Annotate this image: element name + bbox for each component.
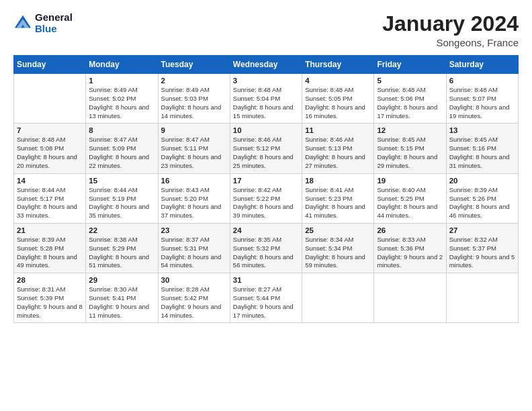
calendar-cell <box>374 273 446 323</box>
header-day-thursday: Thursday <box>302 56 374 74</box>
cell-details: Sunrise: 8:48 AM Sunset: 5:07 PM Dayligh… <box>449 86 515 120</box>
day-number: 23 <box>161 226 227 234</box>
day-number: 14 <box>17 177 83 185</box>
cell-details: Sunrise: 8:32 AM Sunset: 5:37 PM Dayligh… <box>449 236 515 270</box>
main-title: January 2024 <box>382 12 519 36</box>
calendar-cell: 20Sunrise: 8:39 AM Sunset: 5:26 PM Dayli… <box>446 173 518 223</box>
header-day-wednesday: Wednesday <box>230 56 302 74</box>
day-number: 27 <box>449 226 515 234</box>
header-day-sunday: Sunday <box>14 56 86 74</box>
calendar-cell: 25Sunrise: 8:34 AM Sunset: 5:34 PM Dayli… <box>302 223 374 273</box>
cell-details: Sunrise: 8:40 AM Sunset: 5:25 PM Dayligh… <box>377 186 443 220</box>
header-day-friday: Friday <box>374 56 446 74</box>
day-number: 24 <box>233 226 299 234</box>
logo-blue: Blue <box>35 24 73 35</box>
calendar-cell <box>14 74 86 124</box>
logo-icon <box>13 14 32 33</box>
logo-text: General Blue <box>35 12 73 34</box>
cell-details: Sunrise: 8:43 AM Sunset: 5:20 PM Dayligh… <box>161 186 227 220</box>
day-number: 25 <box>305 226 371 234</box>
calendar-cell: 30Sunrise: 8:28 AM Sunset: 5:42 PM Dayli… <box>158 273 230 323</box>
calendar-cell: 15Sunrise: 8:44 AM Sunset: 5:19 PM Dayli… <box>86 173 158 223</box>
calendar-cell: 22Sunrise: 8:38 AM Sunset: 5:29 PM Dayli… <box>86 223 158 273</box>
calendar-cell: 21Sunrise: 8:39 AM Sunset: 5:28 PM Dayli… <box>14 223 86 273</box>
day-number: 18 <box>305 177 371 185</box>
calendar-cell: 1Sunrise: 8:49 AM Sunset: 5:02 PM Daylig… <box>86 74 158 124</box>
day-number: 4 <box>305 77 371 85</box>
calendar-cell: 26Sunrise: 8:33 AM Sunset: 5:36 PM Dayli… <box>374 223 446 273</box>
cell-details: Sunrise: 8:48 AM Sunset: 5:04 PM Dayligh… <box>233 86 299 120</box>
calendar-cell: 6Sunrise: 8:48 AM Sunset: 5:07 PM Daylig… <box>446 74 518 124</box>
cell-details: Sunrise: 8:30 AM Sunset: 5:41 PM Dayligh… <box>89 285 154 320</box>
calendar-cell: 14Sunrise: 8:44 AM Sunset: 5:17 PM Dayli… <box>14 173 86 223</box>
calendar-cell: 24Sunrise: 8:35 AM Sunset: 5:32 PM Dayli… <box>230 223 302 273</box>
calendar-table: SundayMondayTuesdayWednesdayThursdayFrid… <box>13 55 519 323</box>
calendar-cell: 3Sunrise: 8:48 AM Sunset: 5:04 PM Daylig… <box>230 74 302 124</box>
day-number: 21 <box>17 226 83 234</box>
day-number: 9 <box>161 126 227 134</box>
subtitle: Songeons, France <box>382 37 519 48</box>
cell-details: Sunrise: 8:35 AM Sunset: 5:32 PM Dayligh… <box>233 236 299 270</box>
calendar-cell: 29Sunrise: 8:30 AM Sunset: 5:41 PM Dayli… <box>86 273 158 323</box>
logo: General Blue <box>13 12 73 34</box>
calendar-cell: 23Sunrise: 8:37 AM Sunset: 5:31 PM Dayli… <box>158 223 230 273</box>
page: General Blue January 2024 Songeons, Fran… <box>0 0 532 411</box>
day-number: 7 <box>17 126 83 134</box>
cell-details: Sunrise: 8:31 AM Sunset: 5:39 PM Dayligh… <box>17 285 83 320</box>
day-number: 31 <box>233 276 299 284</box>
calendar-cell: 16Sunrise: 8:43 AM Sunset: 5:20 PM Dayli… <box>158 173 230 223</box>
cell-details: Sunrise: 8:42 AM Sunset: 5:22 PM Dayligh… <box>233 186 299 220</box>
calendar-cell: 11Sunrise: 8:46 AM Sunset: 5:13 PM Dayli… <box>302 124 374 173</box>
cell-details: Sunrise: 8:34 AM Sunset: 5:34 PM Dayligh… <box>305 236 371 270</box>
cell-details: Sunrise: 8:38 AM Sunset: 5:29 PM Dayligh… <box>89 236 154 270</box>
day-number: 5 <box>377 77 443 85</box>
cell-details: Sunrise: 8:39 AM Sunset: 5:28 PM Dayligh… <box>17 236 83 270</box>
day-number: 12 <box>377 126 443 134</box>
calendar-cell: 10Sunrise: 8:46 AM Sunset: 5:12 PM Dayli… <box>230 124 302 173</box>
cell-details: Sunrise: 8:47 AM Sunset: 5:11 PM Dayligh… <box>161 136 227 170</box>
cell-details: Sunrise: 8:47 AM Sunset: 5:09 PM Dayligh… <box>89 136 154 170</box>
day-number: 29 <box>89 276 154 284</box>
week-row-4: 28Sunrise: 8:31 AM Sunset: 5:39 PM Dayli… <box>14 273 519 323</box>
day-number: 26 <box>377 226 443 234</box>
cell-details: Sunrise: 8:44 AM Sunset: 5:17 PM Dayligh… <box>17 186 83 220</box>
calendar-cell: 4Sunrise: 8:48 AM Sunset: 5:05 PM Daylig… <box>302 74 374 124</box>
calendar-cell: 28Sunrise: 8:31 AM Sunset: 5:39 PM Dayli… <box>14 273 86 323</box>
title-block: January 2024 Songeons, France <box>382 12 519 48</box>
calendar-cell: 19Sunrise: 8:40 AM Sunset: 5:25 PM Dayli… <box>374 173 446 223</box>
calendar-cell <box>446 273 518 323</box>
calendar-cell: 9Sunrise: 8:47 AM Sunset: 5:11 PM Daylig… <box>158 124 230 173</box>
header-row: SundayMondayTuesdayWednesdayThursdayFrid… <box>14 56 519 74</box>
day-number: 19 <box>377 177 443 185</box>
day-number: 13 <box>449 126 515 134</box>
cell-details: Sunrise: 8:44 AM Sunset: 5:19 PM Dayligh… <box>89 186 154 220</box>
calendar-cell: 18Sunrise: 8:41 AM Sunset: 5:23 PM Dayli… <box>302 173 374 223</box>
cell-details: Sunrise: 8:48 AM Sunset: 5:05 PM Dayligh… <box>305 86 371 120</box>
day-number: 15 <box>89 177 154 185</box>
week-row-2: 14Sunrise: 8:44 AM Sunset: 5:17 PM Dayli… <box>14 173 519 223</box>
cell-details: Sunrise: 8:28 AM Sunset: 5:42 PM Dayligh… <box>161 285 227 320</box>
day-number: 8 <box>89 126 154 134</box>
header-day-saturday: Saturday <box>446 56 518 74</box>
calendar-cell: 7Sunrise: 8:48 AM Sunset: 5:08 PM Daylig… <box>14 124 86 173</box>
day-number: 10 <box>233 126 299 134</box>
calendar-cell: 27Sunrise: 8:32 AM Sunset: 5:37 PM Dayli… <box>446 223 518 273</box>
calendar-cell <box>302 273 374 323</box>
cell-details: Sunrise: 8:33 AM Sunset: 5:36 PM Dayligh… <box>377 236 443 270</box>
cell-details: Sunrise: 8:49 AM Sunset: 5:02 PM Dayligh… <box>89 86 154 120</box>
calendar-cell: 5Sunrise: 8:48 AM Sunset: 5:06 PM Daylig… <box>374 74 446 124</box>
cell-details: Sunrise: 8:48 AM Sunset: 5:06 PM Dayligh… <box>377 86 443 120</box>
calendar-cell: 8Sunrise: 8:47 AM Sunset: 5:09 PM Daylig… <box>86 124 158 173</box>
header-day-tuesday: Tuesday <box>158 56 230 74</box>
logo-general: General <box>35 12 73 24</box>
day-number: 20 <box>449 177 515 185</box>
day-number: 2 <box>161 77 227 85</box>
cell-details: Sunrise: 8:45 AM Sunset: 5:15 PM Dayligh… <box>377 136 443 170</box>
calendar-cell: 31Sunrise: 8:27 AM Sunset: 5:44 PM Dayli… <box>230 273 302 323</box>
day-number: 11 <box>305 126 371 134</box>
cell-details: Sunrise: 8:45 AM Sunset: 5:16 PM Dayligh… <box>449 136 515 170</box>
day-number: 1 <box>89 77 154 85</box>
header: General Blue January 2024 Songeons, Fran… <box>13 12 519 48</box>
day-number: 30 <box>161 276 227 284</box>
week-row-1: 7Sunrise: 8:48 AM Sunset: 5:08 PM Daylig… <box>14 124 519 173</box>
